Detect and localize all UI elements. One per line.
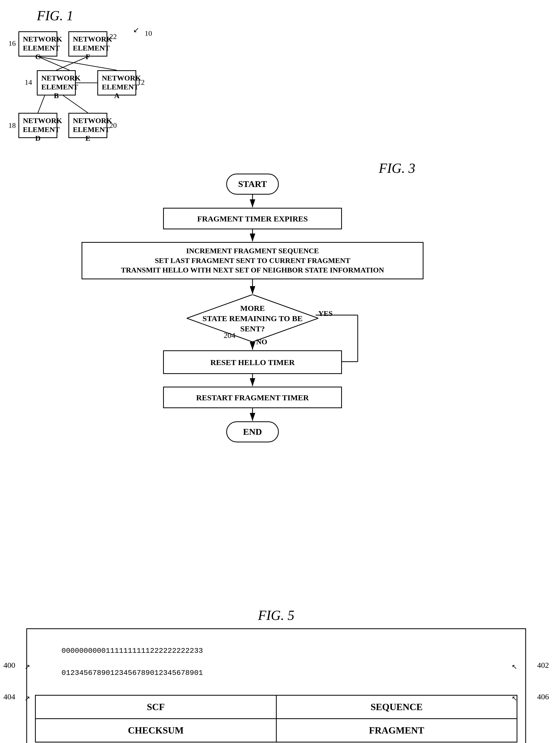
ref-16: 16 [8,39,16,48]
ne-b-box: NETWORKELEMENT B [37,70,76,95]
network-diagram: 16 22 10 14 12 18 20 ↙ NETWORKELEMENT C … [16,31,179,158]
fig5-outer: 00000000001111111111222222222233 0123456… [26,628,526,743]
ne-c-box: NETWORKELEMENT C [18,31,57,56]
ref-14: 14 [25,78,32,87]
ref-406: 406 [537,692,549,701]
flowchart: START 200 ↘ FRAGMENT TIMER EXPIRES 202 ↘… [69,166,542,586]
ne-a-box: NETWORKELEMENT A [97,70,136,95]
cell-scf: SCF [36,695,276,719]
yes-label: YES [318,309,333,318]
ref-400: 400 [3,661,15,670]
ref-402: 402 [537,661,549,670]
ne-d-box: NETWORKELEMENT D [18,113,57,138]
box-206: RESET HELLO TIMER [163,350,342,374]
end-oval: END [226,421,279,442]
ref-204: 204 [224,331,235,340]
fig5-table: SCF SEQUENCE CHECKSUM FRAGMENT [35,695,517,742]
box-200: FRAGMENT TIMER EXPIRES [163,208,342,229]
diamond-204-wrap: MORE STATE REMAINING TO BE SENT? [187,295,318,342]
svg-line-4 [38,95,45,113]
ne-e-box: NETWORKELEMENT E [69,113,107,138]
svg-line-5 [63,95,88,113]
svg-line-1 [56,56,88,70]
fig5-section: FIG. 5 00000000001111111111222222222233 … [26,608,526,743]
ref-10: 10 [145,29,152,38]
cell-sequence: SEQUENCE [276,695,517,719]
fig5-title: FIG. 5 [26,608,526,623]
svg-line-2 [38,56,117,70]
box-208: RESTART FRAGMENT TIMER [163,387,342,408]
fig1-section: FIG. 1 16 22 10 14 12 18 20 ↙ NETWORKELE… [16,8,179,158]
box-202: INCREMENT FRAGMENT SEQUENCE SET LAST FRA… [82,242,424,279]
ref-404: 404 [3,692,15,701]
ne-f-box: NETWORKELEMENT F [69,31,107,56]
no-label: NO [256,338,267,346]
ref-18: 18 [8,121,16,130]
svg-line-0 [38,56,70,70]
fig1-title: FIG. 1 [37,8,179,24]
fig3-section: FIG. 3 S [16,161,547,586]
bit-row1: 00000000001111111111222222222233 0123456… [35,635,517,690]
cell-checksum: CHECKSUM [36,719,276,742]
start-oval: START [226,174,279,194]
cell-fragment: FRAGMENT [276,719,517,742]
